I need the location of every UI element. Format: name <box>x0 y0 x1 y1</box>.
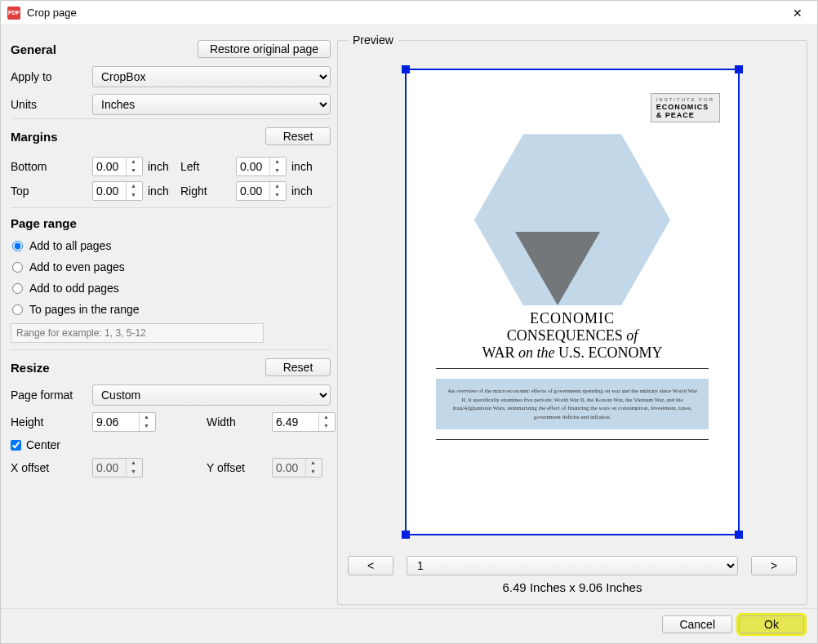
doc-title: ECONOMIC CONSEQUENCES of WAR on the U.S.… <box>425 310 720 362</box>
settings-panel: General Restore original page Apply to C… <box>11 32 331 605</box>
doc-abstract: An overview of the macroeconomic effects… <box>436 379 709 429</box>
apply-to-select[interactable]: CropBox <box>92 66 331 87</box>
radio-odd-pages[interactable]: Add to odd pages <box>11 278 331 299</box>
center-checkbox[interactable]: Center <box>11 435 331 455</box>
resize-heading: Resize <box>11 361 50 375</box>
xoffset-label: X offset <box>11 461 92 474</box>
units-label: Units <box>11 98 92 111</box>
top-label: Top <box>11 184 92 198</box>
apply-to-label: Apply to <box>11 70 92 83</box>
page-number-select[interactable]: 1 <box>407 556 738 575</box>
page-format-label: Page format <box>11 389 92 402</box>
next-page-button[interactable]: > <box>751 556 797 575</box>
chevron-up-icon[interactable]: ▲ <box>127 158 140 167</box>
width-spinner[interactable]: ▲▼ <box>272 412 336 432</box>
crop-handle-br[interactable] <box>735 531 743 539</box>
radio-range-pages[interactable]: To pages in the range <box>11 299 331 320</box>
app-icon: PDF <box>7 7 20 20</box>
bottom-spinner[interactable]: ▲▼ <box>92 157 143 176</box>
yoffset-label: Y offset <box>207 461 272 474</box>
ok-button[interactable]: Ok <box>739 615 804 633</box>
crop-handle-bl[interactable] <box>402 531 410 539</box>
bottom-label: Bottom <box>11 160 92 173</box>
preview-panel: Preview INSTITUTE FOR ECONOMICS & PEACE <box>337 40 807 605</box>
top-spinner[interactable]: ▲▼ <box>92 181 143 201</box>
page-dimensions: 6.49 Inches x 9.06 Inches <box>348 579 797 594</box>
page-preview[interactable]: INSTITUTE FOR ECONOMICS & PEACE ECONOMIC… <box>405 69 740 535</box>
width-label: Width <box>207 415 272 429</box>
dialog-footer: Cancel Ok <box>1 608 817 643</box>
titlebar: PDF Crop page ✕ <box>1 1 817 25</box>
left-spinner[interactable]: ▲▼ <box>236 157 287 176</box>
restore-original-button[interactable]: Restore original page <box>198 40 331 58</box>
close-button[interactable]: ✕ <box>781 2 814 24</box>
crop-page-dialog: PDF Crop page ✕ General Restore original… <box>0 0 818 644</box>
cancel-button[interactable]: Cancel <box>662 615 732 633</box>
page-range-input[interactable] <box>11 323 264 343</box>
crop-handle-tr[interactable] <box>735 65 743 73</box>
right-spinner[interactable]: ▲▼ <box>236 181 287 201</box>
left-label: Left <box>180 160 236 173</box>
resize-reset-button[interactable]: Reset <box>265 358 331 376</box>
radio-all-pages[interactable]: Add to all pages <box>11 235 331 256</box>
preview-heading: Preview <box>348 33 398 47</box>
yoffset-spinner: ▲▼ <box>272 458 322 477</box>
page-format-select[interactable]: Custom <box>92 384 331 406</box>
height-label: Height <box>11 415 92 429</box>
chevron-down-icon[interactable]: ▼ <box>127 167 140 175</box>
triangle-icon <box>515 232 600 305</box>
units-select[interactable]: Inches <box>92 94 331 115</box>
radio-even-pages[interactable]: Add to even pages <box>11 256 331 278</box>
xoffset-spinner: ▲▼ <box>92 458 143 477</box>
prev-page-button[interactable]: < <box>348 556 393 575</box>
page-range-heading: Page range <box>11 216 77 230</box>
general-heading: General <box>11 42 56 56</box>
doc-logo: INSTITUTE FOR ECONOMICS & PEACE <box>651 93 720 123</box>
height-spinner[interactable]: ▲▼ <box>92 412 156 432</box>
margins-reset-button[interactable]: Reset <box>265 127 331 145</box>
right-label: Right <box>180 184 236 198</box>
doc-graphic <box>474 134 670 305</box>
window-title: Crop page <box>27 7 781 19</box>
crop-handle-tl[interactable] <box>402 65 410 73</box>
margins-heading: Margins <box>11 130 58 144</box>
